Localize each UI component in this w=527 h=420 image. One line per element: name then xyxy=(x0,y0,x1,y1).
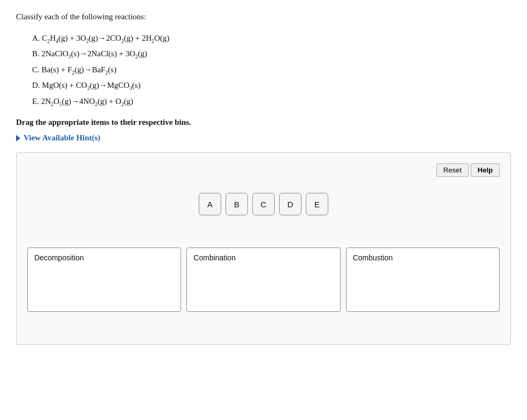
drag-tile-c[interactable]: C xyxy=(252,193,275,215)
draggable-tiles-container: A B C D E xyxy=(27,193,500,215)
reactions-list: A. C2H4(g) + 3O2(g)→2CO2(g) + 2H2O(g) B.… xyxy=(32,31,511,110)
action-buttons: Reset Help xyxy=(27,163,500,177)
help-button[interactable]: Help xyxy=(471,163,500,177)
bin-combustion[interactable]: Combustion xyxy=(346,248,500,312)
drag-area: Reset Help A B C D E Decomposition Combi… xyxy=(16,152,511,345)
bins-row: Decomposition Combination Combustion xyxy=(27,248,500,312)
bin-combination[interactable]: Combination xyxy=(186,248,340,312)
question-intro: Classify each of the following reactions… xyxy=(16,11,511,23)
hint-link[interactable]: View Available Hint(s) xyxy=(16,133,511,142)
reset-button[interactable]: Reset xyxy=(436,163,469,177)
drag-instruction: Drag the appropriate items to their resp… xyxy=(16,118,511,127)
drag-tile-b[interactable]: B xyxy=(225,193,248,215)
drag-tile-a[interactable]: A xyxy=(199,193,221,215)
drag-tile-d[interactable]: D xyxy=(279,193,302,215)
reaction-b: B. 2NaClO3(s)→2NaCl(s) + 3O2(g) xyxy=(32,46,511,62)
bin-combustion-label: Combustion xyxy=(353,253,493,262)
bin-combination-label: Combination xyxy=(193,253,333,262)
bin-decomposition[interactable]: Decomposition xyxy=(27,248,181,312)
reaction-e: E. 2N2O5(g)→4NO2(g) + O2(g) xyxy=(32,94,511,110)
drag-tile-e[interactable]: E xyxy=(306,193,328,215)
hint-arrow-icon xyxy=(16,135,20,141)
hint-link-label: View Available Hint(s) xyxy=(24,133,100,142)
bin-decomposition-label: Decomposition xyxy=(34,253,174,262)
reaction-c: C. Ba(s) + F2(g)→BaF2(s) xyxy=(32,62,511,78)
reaction-d: D. MgO(s) + CO2(g)→MgCO3(s) xyxy=(32,78,511,94)
reaction-a: A. C2H4(g) + 3O2(g)→2CO2(g) + 2H2O(g) xyxy=(32,31,511,47)
